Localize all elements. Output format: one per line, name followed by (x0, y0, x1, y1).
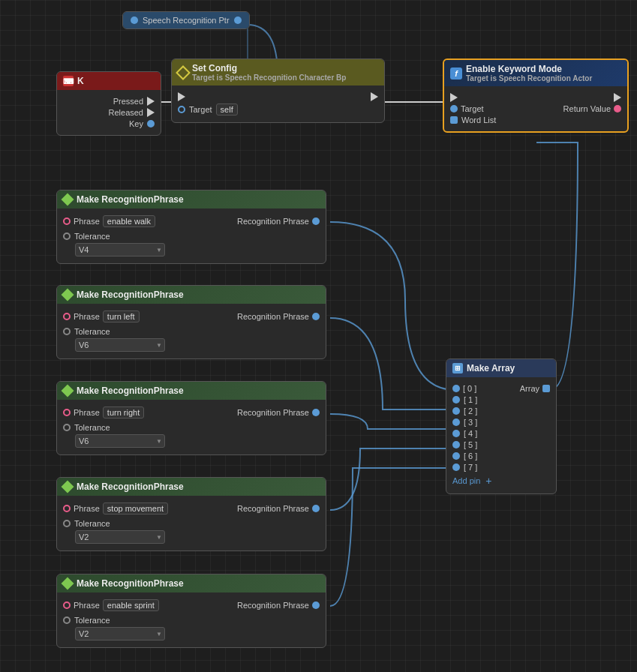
recog-phrase-node-2: Make RecognitionPhrase Phrase turn left … (56, 285, 326, 359)
tolerance-select-2[interactable]: V6 V2 V4 (75, 338, 165, 352)
set-config-exec-in[interactable] (178, 92, 185, 101)
array-item-pin-1[interactable] (452, 396, 460, 404)
tolerance-in-pin-1[interactable] (63, 232, 71, 240)
enable-keyword-subtitle: Target is Speech Recognition Actor (466, 74, 592, 82)
recog-title-3: Make RecognitionPhrase (77, 386, 184, 396)
return-value-label: Return Value (563, 104, 611, 113)
word-list-in-pin[interactable] (450, 116, 458, 124)
tolerance-select-1[interactable]: V4 V2 V6 (75, 243, 165, 256)
output-pin-5[interactable] (312, 602, 320, 609)
key-output-pin[interactable] (147, 120, 155, 128)
array-item-label-0: [ 0 ] (463, 384, 476, 393)
set-config-subtitle: Target is Speech Recognition Character B… (192, 74, 346, 82)
set-config-exec-out[interactable] (371, 92, 378, 101)
recog-icon-5 (62, 578, 74, 590)
key-label: Key (129, 119, 143, 128)
output-pin-3[interactable] (312, 409, 320, 416)
released-label: Released (109, 108, 143, 117)
array-item-pin-7[interactable] (452, 464, 460, 471)
array-item-label-3: [ 3 ] (464, 418, 477, 427)
target-in-pin[interactable] (450, 105, 458, 112)
phrase-in-pin-4[interactable] (63, 505, 71, 512)
target-label: Target (461, 104, 484, 113)
enable-keyword-title: Enable Keyword Mode (466, 64, 592, 74)
tolerance-in-pin-3[interactable] (63, 424, 71, 431)
array-item-pin-3[interactable] (452, 418, 460, 426)
tolerance-label-5: Tolerance (74, 616, 110, 625)
add-pin-icon[interactable]: + (485, 475, 491, 487)
enable-exec-out[interactable] (614, 93, 621, 102)
key-node-title: K (77, 76, 84, 86)
function-icon: f (450, 68, 462, 80)
array-item-pin-4[interactable] (452, 430, 460, 437)
phrase-in-pin-2[interactable] (63, 313, 71, 320)
recog-phrase-node-1: Make RecognitionPhrase Phrase enable wal… (56, 190, 326, 264)
recog-phrase-node-3: Make RecognitionPhrase Phrase turn right… (56, 381, 326, 455)
tolerance-label-3: Tolerance (74, 423, 110, 432)
array-output-pin[interactable] (542, 385, 550, 392)
phrase-value-4: stop movement (103, 502, 168, 514)
enable-exec-in[interactable] (450, 93, 458, 102)
recog-title-1: Make RecognitionPhrase (77, 194, 184, 205)
output-pin-2[interactable] (312, 313, 320, 320)
tolerance-select-5[interactable]: V2 V4 V6 (75, 627, 165, 640)
recog-title-2: Make RecognitionPhrase (77, 290, 184, 300)
add-pin-label[interactable]: Add pin (452, 476, 480, 485)
keyboard-icon: ⌨ (63, 76, 74, 86)
output-pin[interactable] (234, 16, 242, 24)
pressed-exec-pin[interactable] (147, 97, 155, 106)
recog-icon-2 (62, 289, 74, 302)
phrase-label-5: Phrase (74, 601, 100, 610)
array-item-label-6: [ 6 ] (464, 452, 477, 460)
make-array-node: ⊞ Make Array [ 0 ] Array [ 1 ] [ 2 ] [ 3… (446, 358, 557, 494)
output-pin-1[interactable] (312, 218, 320, 225)
target-in-pin[interactable] (178, 106, 185, 113)
phrase-in-pin-1[interactable] (63, 218, 71, 225)
released-exec-pin[interactable] (147, 108, 155, 117)
array-item-pin-2[interactable] (452, 407, 460, 415)
recog-icon-1 (62, 194, 74, 206)
return-value-pin[interactable] (614, 105, 621, 112)
recog-icon-4 (62, 481, 74, 494)
recog-title-4: Make RecognitionPhrase (77, 482, 184, 492)
make-array-title: Make Array (467, 363, 515, 374)
pressed-label: Pressed (113, 97, 143, 106)
phrase-label-4: Phrase (74, 504, 100, 513)
tolerance-in-pin-5[interactable] (63, 616, 71, 624)
recog-icon-3 (62, 385, 74, 398)
array-item-pin-0[interactable] (452, 385, 460, 392)
set-config-title: Set Config (192, 63, 346, 74)
word-list-label: Word List (461, 116, 496, 124)
output-label-1: Recognition Phrase (237, 217, 309, 226)
node-title: Speech Recognition Ptr (143, 16, 230, 25)
array-item-pin-6[interactable] (452, 452, 460, 460)
array-item-label-7: [ 7 ] (464, 463, 477, 472)
phrase-label-3: Phrase (74, 408, 100, 417)
phrase-in-pin-3[interactable] (63, 409, 71, 416)
phrase-in-pin-5[interactable] (63, 602, 71, 609)
recog-title-5: Make RecognitionPhrase (77, 578, 184, 589)
array-item-label-4: [ 4 ] (464, 429, 477, 438)
key-node: ⌨ K Pressed Released Key (56, 71, 161, 136)
phrase-value-3: turn right (103, 406, 144, 418)
phrase-label-1: Phrase (74, 217, 100, 226)
array-item-label-1: [ 1 ] (464, 395, 477, 404)
tolerance-label-1: Tolerance (74, 232, 110, 241)
output-pin-4[interactable] (312, 505, 320, 512)
output-label-4: Recognition Phrase (237, 504, 309, 513)
phrase-value-5: enable sprint (103, 599, 159, 611)
set-config-node: Set Config Target is Speech Recognition … (171, 58, 385, 123)
array-item-pin-5[interactable] (452, 441, 460, 448)
array-output-label: Array (520, 384, 539, 393)
target-value: self (216, 104, 238, 116)
phrase-value-1: enable walk (103, 215, 155, 227)
tolerance-select-3[interactable]: V6 V2 V4 (75, 434, 165, 448)
array-grid-icon: ⊞ (452, 363, 463, 374)
output-pin-icon (131, 16, 138, 24)
phrase-label-2: Phrase (74, 312, 100, 321)
tolerance-label-4: Tolerance (74, 519, 110, 528)
tolerance-select-4[interactable]: V2 V4 V6 (75, 530, 165, 544)
set-config-icon (176, 65, 191, 80)
tolerance-in-pin-2[interactable] (63, 328, 71, 335)
tolerance-in-pin-4[interactable] (63, 520, 71, 527)
